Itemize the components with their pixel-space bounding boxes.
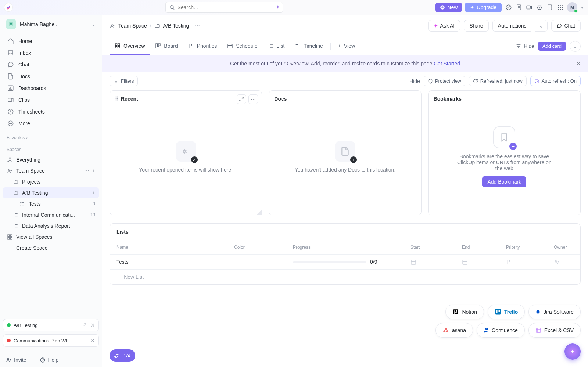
- priority-flag-icon[interactable]: [506, 259, 554, 265]
- import-jira[interactable]: Jira Software: [528, 305, 581, 319]
- add-view-button[interactable]: +View: [333, 37, 360, 55]
- tree-view-all-spaces[interactable]: View all Spaces: [3, 231, 99, 242]
- task-tray-icon[interactable]: [516, 4, 522, 11]
- onboarding-pill[interactable]: 1/4: [110, 349, 135, 362]
- banner-text: Get the most out of your Overview! Add, …: [230, 61, 432, 66]
- new-button[interactable]: New: [435, 3, 462, 12]
- app-logo[interactable]: [4, 3, 12, 11]
- reminder-icon[interactable]: [536, 4, 543, 11]
- tab-priorities[interactable]: Priorities: [183, 37, 222, 55]
- tab-label: Overview: [123, 43, 145, 49]
- filters-button[interactable]: Filters: [110, 76, 138, 86]
- breadcrumb-folder[interactable]: A/B Testing: [163, 23, 189, 29]
- drag-handle-icon[interactable]: ⠿: [115, 96, 119, 102]
- tab-list[interactable]: List: [263, 37, 290, 55]
- auto-refresh-toggle[interactable]: Auto refresh: On: [530, 76, 581, 86]
- tab-timeline[interactable]: Timeline: [290, 37, 328, 55]
- ai-search-icon[interactable]: ✦: [276, 4, 280, 10]
- start-date-icon[interactable]: [410, 259, 462, 265]
- share-button[interactable]: Share: [464, 20, 488, 32]
- sidebar-item-label: Home: [18, 38, 32, 44]
- chat-icon: [7, 61, 14, 68]
- invite-button[interactable]: Invite: [6, 357, 26, 363]
- add-bookmark-button[interactable]: Add Bookmark: [482, 176, 526, 187]
- more-icon[interactable]: ⋯: [84, 168, 89, 174]
- automations-button[interactable]: Automations: [492, 20, 532, 32]
- favorites-label[interactable]: Favorites›: [0, 131, 102, 143]
- expand-icon[interactable]: [237, 94, 246, 104]
- button-label: Share: [469, 23, 483, 29]
- protect-view-button[interactable]: Protect view: [424, 76, 465, 86]
- spaces-label: Spaces: [0, 143, 102, 154]
- upgrade-button[interactable]: ✦ Upgrade: [465, 3, 502, 12]
- new-button-label: New: [447, 4, 458, 10]
- plus-badge-icon: +: [509, 143, 517, 150]
- tab-schedule[interactable]: Schedule: [222, 37, 262, 55]
- sidebar-item-dashboards[interactable]: Dashboards: [3, 82, 99, 94]
- open-icon[interactable]: [82, 322, 87, 328]
- sidebar-item-chat[interactable]: Chat: [3, 59, 99, 71]
- tree-ab-testing[interactable]: A/B Testing⋯+: [3, 187, 99, 198]
- help-button[interactable]: Help: [40, 357, 58, 363]
- sidebar-item-more[interactable]: More: [3, 118, 99, 129]
- ai-fab[interactable]: ✦: [564, 343, 581, 360]
- close-icon[interactable]: ✕: [576, 61, 581, 66]
- import-trello[interactable]: Trello: [488, 305, 525, 319]
- breadcrumb-space[interactable]: Team Space: [118, 23, 147, 29]
- get-started-link[interactable]: Get Started: [434, 61, 460, 66]
- import-asana[interactable]: asana: [435, 323, 473, 338]
- chip-label: Protect view: [435, 78, 461, 84]
- list-row[interactable]: Tests 0/9: [110, 255, 580, 270]
- end-date-icon[interactable]: [462, 259, 506, 265]
- sidebar-item-timesheets[interactable]: Timesheets: [3, 106, 99, 118]
- notepad-icon[interactable]: [546, 4, 553, 11]
- tree-internal-comm[interactable]: Internal Communicati...13: [3, 209, 99, 220]
- sidebar-item-docs[interactable]: Docs: [3, 71, 99, 82]
- search-input[interactable]: [165, 2, 283, 13]
- plus-icon[interactable]: +: [92, 168, 95, 174]
- onboard-progress: 1/4: [123, 353, 130, 359]
- svg-point-31: [21, 205, 21, 205]
- tree-tests[interactable]: Tests9: [3, 198, 99, 209]
- assign-owner-icon[interactable]: [554, 259, 588, 265]
- pinned-item[interactable]: Communications Plan Wh... ✕: [3, 334, 99, 347]
- chevron-down-icon[interactable]: ▾: [581, 4, 584, 10]
- sidebar-item-inbox[interactable]: Inbox: [3, 47, 99, 59]
- lists-card: Lists Name Color Progress Start End Prio…: [110, 223, 581, 285]
- app-grid-icon[interactable]: [557, 4, 563, 11]
- more-icon[interactable]: ⋯: [248, 94, 258, 104]
- new-list-button[interactable]: +New List: [110, 270, 580, 284]
- user-avatar[interactable]: M: [567, 2, 577, 12]
- import-excel-csv[interactable]: Excel & CSV: [528, 323, 581, 338]
- check-circle-icon[interactable]: [505, 4, 512, 11]
- automations-dropdown[interactable]: ⌄: [535, 20, 548, 32]
- more-icon[interactable]: ⋯: [84, 190, 89, 196]
- close-icon[interactable]: ✕: [90, 322, 95, 328]
- import-notion[interactable]: Notion: [445, 305, 484, 319]
- plus-icon[interactable]: +: [92, 190, 95, 196]
- close-icon[interactable]: ✕: [90, 338, 95, 343]
- import-confluence[interactable]: Confluence: [477, 323, 525, 338]
- svg-point-68: [556, 260, 557, 262]
- tree-team-space[interactable]: Team Space⋯+: [3, 165, 99, 176]
- sidebar-item-home[interactable]: Home: [3, 35, 99, 47]
- workspace-switcher[interactable]: M Mahima Baghe... ⌄: [0, 15, 102, 34]
- card-dropdown[interactable]: ⌄: [570, 41, 581, 52]
- more-icon[interactable]: ⋯: [195, 23, 200, 29]
- hide-toolbar-button[interactable]: Hide: [409, 78, 420, 84]
- refreshed-status[interactable]: Refreshed: just now: [469, 76, 527, 86]
- tree-projects[interactable]: Projects: [3, 176, 99, 187]
- tree-create-space[interactable]: +Create Space: [3, 242, 99, 253]
- resize-handle[interactable]: [257, 210, 262, 215]
- tab-board[interactable]: Board: [150, 37, 183, 55]
- add-card-button[interactable]: Add card: [538, 42, 566, 51]
- sidebar-item-clips[interactable]: Clips: [3, 94, 99, 106]
- tab-overview[interactable]: Overview: [110, 37, 150, 55]
- record-clip-icon[interactable]: [526, 4, 533, 11]
- tree-data-analysis[interactable]: Data Analysis Report: [3, 220, 99, 231]
- pinned-item[interactable]: A/B Testing ✕: [3, 319, 99, 331]
- ask-ai-button[interactable]: ✦Ask AI: [428, 20, 460, 32]
- tree-everything[interactable]: Everything: [3, 154, 99, 165]
- hide-views-button[interactable]: Hide: [516, 43, 534, 49]
- chat-button[interactable]: Chat: [551, 20, 581, 32]
